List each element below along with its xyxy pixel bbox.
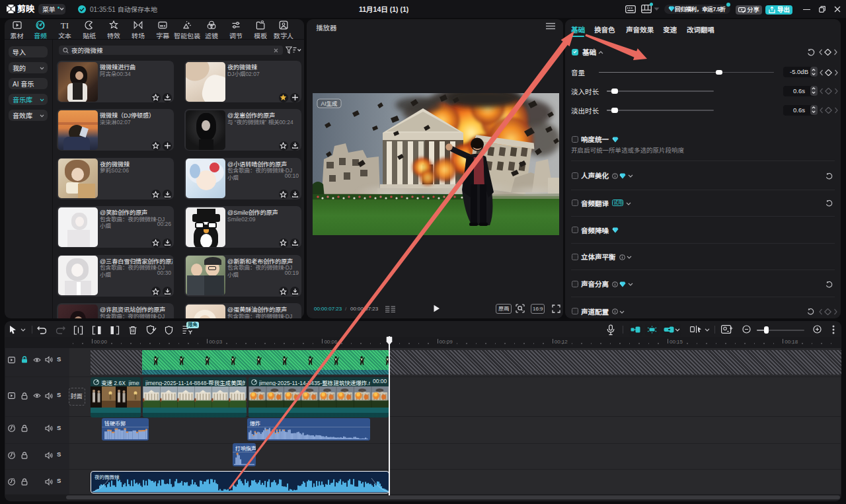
svg-text:TI: TI bbox=[61, 20, 69, 30]
svg-text:AI生成: AI生成 bbox=[321, 100, 337, 107]
